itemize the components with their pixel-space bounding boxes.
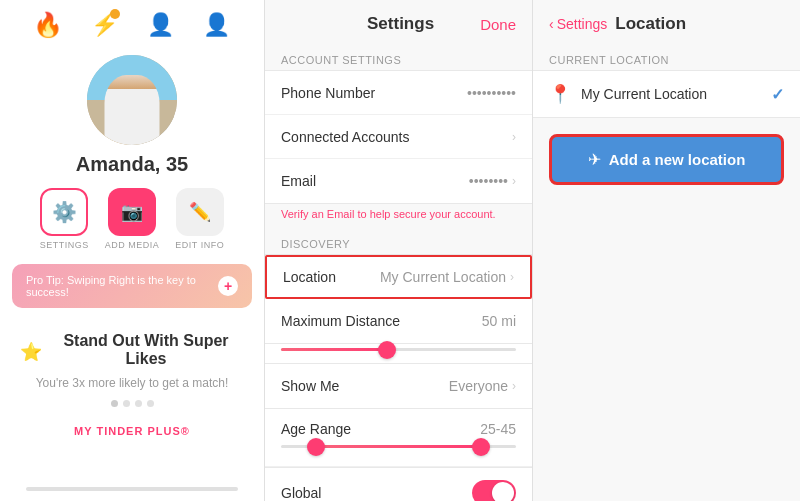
dot-3 (135, 400, 142, 407)
discovery-section-label: DISCOVERY (265, 228, 532, 254)
location-pin-icon: 📍 (549, 83, 571, 105)
profile-icon[interactable]: 👤 (200, 9, 232, 41)
back-label: Settings (557, 16, 608, 32)
avatar (87, 55, 177, 145)
edit-info-button[interactable]: ✏️ EDIT INFO (175, 188, 224, 250)
settings-header: Settings Done (265, 0, 532, 44)
star-icon: ⭐ (20, 341, 42, 363)
location-row[interactable]: Location My Current Location › (265, 255, 532, 299)
tinder-icon[interactable]: 🔥 (32, 9, 64, 41)
phone-number-value: •••••••••• (467, 85, 516, 101)
settings-title: Settings (321, 14, 480, 34)
distance-slider-container (265, 344, 532, 363)
pro-tip-banner: Pro Tip: Swiping Right is the key to suc… (12, 264, 252, 308)
done-button[interactable]: Done (480, 16, 516, 33)
pencil-icon: ✏️ (189, 201, 211, 223)
max-distance-value: 50 mi (482, 313, 516, 329)
location-label: Location (283, 269, 336, 285)
messages-icon[interactable]: 👤 (144, 9, 176, 41)
chevron-left-icon: ‹ (549, 16, 554, 32)
account-settings-group: Phone Number •••••••••• Connected Accoun… (265, 70, 532, 204)
location-value: My Current Location › (380, 269, 514, 285)
email-value: •••••••• › (469, 173, 516, 189)
add-new-location-label: Add a new location (609, 151, 746, 168)
show-me-row[interactable]: Show Me Everyone › (265, 364, 532, 408)
pro-tip-text: Pro Tip: Swiping Right is the key to suc… (26, 274, 218, 298)
age-slider-track[interactable] (281, 445, 516, 448)
top-icons: 🔥 ⚡ 👤 👤 (0, 0, 264, 50)
profile-actions: ⚙️ SETTINGS 📷 ADD MEDIA ✏️ EDIT INFO (40, 188, 224, 250)
global-label: Global (281, 485, 321, 501)
dot-4 (147, 400, 154, 407)
age-range-value: 25-45 (480, 421, 516, 437)
checkmark-icon: ✓ (771, 85, 784, 104)
current-location-section-label: CURRENT LOCATION (533, 44, 800, 70)
phone-number-label: Phone Number (281, 85, 375, 101)
bottom-indicator (26, 487, 237, 491)
discovery-group: Location My Current Location › Maximum D… (265, 254, 532, 344)
tinder-plus-button[interactable]: MY TINDER PLUS® (74, 425, 190, 437)
connected-accounts-label: Connected Accounts (281, 129, 409, 145)
connected-accounts-row[interactable]: Connected Accounts › (265, 115, 532, 159)
age-slider-thumb-left[interactable] (307, 438, 325, 456)
profile-name: Amanda, 35 (76, 153, 188, 176)
verify-email-text: Verify an Email to help secure your acco… (265, 204, 532, 228)
super-likes-subtitle: You're 3x more likely to get a match! (20, 376, 244, 390)
distance-slider-track[interactable] (281, 348, 516, 351)
chevron-right-icon: › (512, 130, 516, 144)
account-section-label: ACCOUNT SETTINGS (265, 44, 532, 70)
add-media-label: ADD MEDIA (105, 240, 160, 250)
dot-1 (111, 400, 118, 407)
chevron-right-icon-2: › (512, 174, 516, 188)
edit-info-label: EDIT INFO (175, 240, 224, 250)
age-range-label: Age Range (281, 421, 351, 437)
global-group: Global (265, 467, 532, 501)
age-slider-thumb-right[interactable] (472, 438, 490, 456)
chevron-right-icon-3: › (510, 270, 514, 284)
location-panel: ‹ Settings Location CURRENT LOCATION 📍 M… (533, 0, 800, 501)
max-distance-row[interactable]: Maximum Distance 50 mi (265, 299, 532, 343)
pro-tip-plus-button[interactable]: + (218, 276, 238, 296)
profile-panel: 🔥 ⚡ 👤 👤 Amanda, 35 ⚙️ SETTINGS 📷 (0, 0, 265, 501)
carousel-dots (20, 400, 244, 407)
phone-number-row[interactable]: Phone Number •••••••••• (265, 71, 532, 115)
super-likes-section: ⭐ Stand Out With Super Likes You're 3x m… (0, 322, 264, 449)
notification-icon[interactable]: ⚡ (88, 9, 120, 41)
gear-icon: ⚙️ (52, 200, 77, 224)
camera-icon: 📷 (121, 201, 143, 223)
settings-panel: Settings Done ACCOUNT SETTINGS Phone Num… (265, 0, 533, 501)
settings-button[interactable]: ⚙️ SETTINGS (40, 188, 89, 250)
age-range-row[interactable]: Age Range 25-45 (265, 409, 532, 467)
current-location-name: My Current Location (581, 86, 707, 102)
max-distance-label: Maximum Distance (281, 313, 400, 329)
my-current-location-option[interactable]: 📍 My Current Location ✓ (533, 70, 800, 118)
global-toggle[interactable] (472, 480, 516, 501)
email-label: Email (281, 173, 316, 189)
age-slider-fill (316, 445, 481, 448)
plane-icon: ✈ (588, 150, 601, 169)
settings-label: SETTINGS (40, 240, 89, 250)
distance-slider-thumb[interactable] (378, 341, 396, 359)
email-row[interactable]: Email •••••••• › (265, 159, 532, 203)
show-me-value: Everyone › (449, 378, 516, 394)
notification-dot (110, 9, 120, 19)
toggle-knob (492, 482, 514, 501)
super-likes-title: Stand Out With Super Likes (48, 332, 244, 368)
global-row[interactable]: Global (265, 468, 532, 501)
distance-slider-fill (281, 348, 387, 351)
location-title: Location (615, 14, 686, 34)
back-button[interactable]: ‹ Settings (549, 16, 607, 32)
chevron-right-icon-4: › (512, 379, 516, 393)
add-new-location-button[interactable]: ✈ Add a new location (549, 134, 784, 185)
show-me-group: Show Me Everyone › (265, 363, 532, 409)
dot-2 (123, 400, 130, 407)
show-me-label: Show Me (281, 378, 339, 394)
location-header: ‹ Settings Location (533, 0, 800, 44)
add-media-button[interactable]: 📷 ADD MEDIA (105, 188, 160, 250)
